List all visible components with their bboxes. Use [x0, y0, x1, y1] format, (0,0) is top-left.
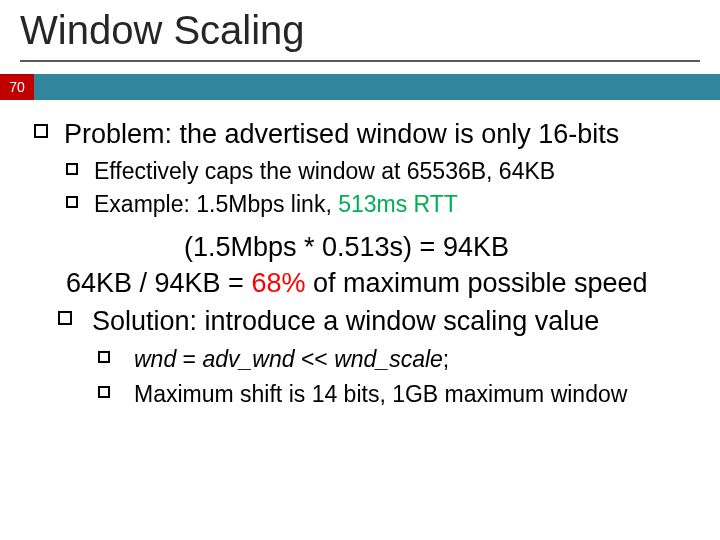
- code-eq: =: [176, 346, 202, 372]
- bullet-solution: Solution: introduce a window scaling val…: [34, 303, 694, 339]
- slide-title: Window Scaling: [20, 8, 305, 53]
- bullet-code: wnd = adv_wnd << wnd_scale;: [34, 344, 694, 375]
- bullet-text: Problem: the advertised window is only 1…: [64, 119, 619, 149]
- bullet-sub-example: Example: 1.5Mbps link, 513ms RTT: [34, 189, 694, 220]
- code-semi: ;: [443, 346, 449, 372]
- code-wnd-scale: wnd_scale: [334, 346, 443, 372]
- calc-suffix: of maximum possible speed: [305, 268, 647, 298]
- calc-line-1: (1.5Mbps * 0.513s) = 94KB: [34, 229, 694, 265]
- title-underline: [20, 60, 700, 62]
- code-adv-wnd: adv_wnd: [202, 346, 294, 372]
- square-bullet-icon: [66, 196, 78, 208]
- bullet-text-part1: Example: 1.5Mbps link,: [94, 191, 338, 217]
- bullet-text: Solution: introduce a window scaling val…: [92, 306, 599, 336]
- calc-line-2: 64KB / 94KB = 68% of maximum possible sp…: [34, 265, 694, 301]
- bullet-sub-caps: Effectively caps the window at 65536B, 6…: [34, 156, 694, 187]
- bullet-text: Effectively caps the window at 65536B, 6…: [94, 158, 555, 184]
- slide: Window Scaling 70 Problem: the advertise…: [0, 0, 720, 540]
- calc-percent: 68%: [251, 268, 305, 298]
- page-bar: [0, 74, 720, 100]
- bullet-text-rtt: 513ms RTT: [338, 191, 458, 217]
- page-number-badge: 70: [0, 74, 34, 100]
- bullet-problem: Problem: the advertised window is only 1…: [34, 116, 694, 152]
- code-shift: <<: [295, 346, 335, 372]
- square-bullet-icon: [66, 163, 78, 175]
- square-bullet-icon: [98, 351, 110, 363]
- bullet-max-shift: Maximum shift is 14 bits, 1GB maximum wi…: [34, 379, 694, 410]
- slide-body: Problem: the advertised window is only 1…: [34, 116, 694, 412]
- square-bullet-icon: [58, 311, 72, 325]
- calc-prefix: 64KB / 94KB =: [66, 268, 251, 298]
- code-wnd: wnd: [134, 346, 176, 372]
- square-bullet-icon: [98, 386, 110, 398]
- square-bullet-icon: [34, 124, 48, 138]
- bullet-text: Maximum shift is 14 bits, 1GB maximum wi…: [134, 381, 627, 407]
